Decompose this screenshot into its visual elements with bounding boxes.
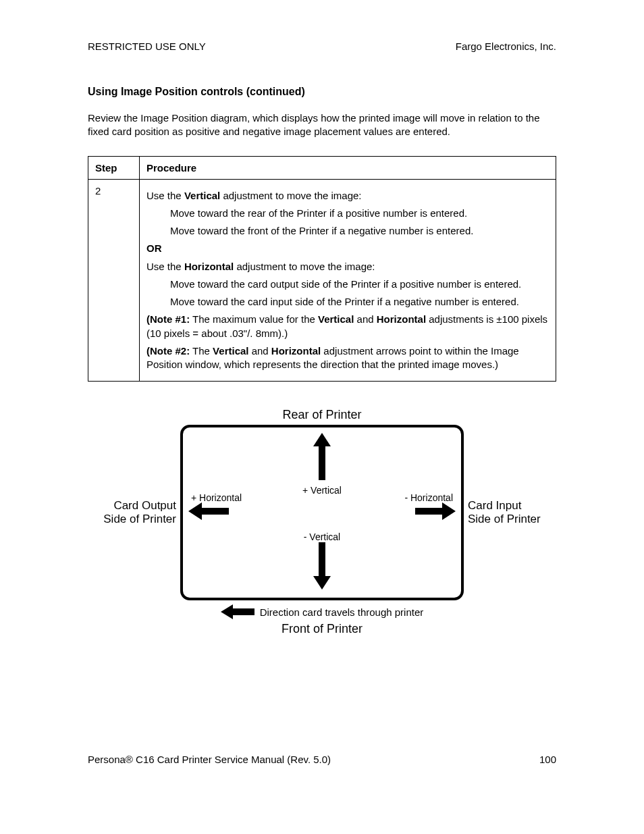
- diagram-right-label: Card Input Side of Printer: [468, 499, 549, 527]
- label-minus-horizontal: - Horizontal: [404, 492, 453, 503]
- label-minus-vertical: - Vertical: [304, 531, 340, 542]
- col-header-step: Step: [88, 156, 140, 179]
- proc-note-1: (Note #1: The maximum value for the Vert…: [146, 313, 549, 340]
- svg-marker-0: [313, 433, 331, 480]
- footer-page-number: 100: [539, 754, 556, 765]
- header-left: RESTRICTED USE ONLY: [88, 41, 206, 52]
- procedure-table: Step Procedure 2 Use the Vertical adjust…: [88, 156, 556, 382]
- svg-marker-1: [188, 502, 229, 520]
- proc-or: OR: [146, 242, 549, 255]
- arrow-down-icon: [313, 542, 331, 592]
- diagram-bottom-label: Front of Printer: [95, 622, 549, 636]
- svg-marker-3: [313, 542, 331, 590]
- table-header-row: Step Procedure: [88, 156, 556, 179]
- proc-bullet: Move toward the front of the Printer if …: [146, 224, 549, 238]
- proc-note-2: (Note #2: The Vertical and Horizontal ad…: [146, 344, 549, 372]
- svg-marker-2: [415, 502, 456, 520]
- table-row: 2 Use the Vertical adjustment to move th…: [88, 179, 556, 382]
- footer-left: Persona® C16 Card Printer Service Manual…: [88, 754, 331, 765]
- arrow-up-icon: [313, 433, 331, 483]
- proc-bullet: Move toward the card input side of the P…: [146, 295, 549, 309]
- arrow-left-icon: [188, 502, 229, 523]
- intro-paragraph: Review the Image Position diagram, which…: [88, 111, 556, 139]
- svg-marker-4: [221, 604, 254, 619]
- page-header: RESTRICTED USE ONLY Fargo Electronics, I…: [88, 41, 556, 52]
- arrow-left-icon: [221, 604, 254, 619]
- image-position-diagram: Rear of Printer Card Output Side of Prin…: [88, 405, 556, 639]
- diagram-card-box: + Vertical + Horizontal - Horizontal - V…: [180, 425, 464, 600]
- procedure-cell: Use the Vertical adjustment to move the …: [140, 179, 556, 382]
- header-right: Fargo Electronics, Inc.: [456, 41, 556, 52]
- proc-line-vertical: Use the Vertical adjustment to move the …: [146, 189, 549, 203]
- diagram-travel-label: Direction card travels through printer: [260, 606, 424, 618]
- arrow-right-icon: [415, 502, 456, 523]
- step-number: 2: [88, 179, 140, 382]
- diagram-left-label: Card Output Side of Printer: [95, 499, 176, 527]
- label-plus-vertical: + Vertical: [302, 485, 342, 496]
- page-footer: Persona® C16 Card Printer Service Manual…: [88, 754, 556, 765]
- diagram-travel-row: Direction card travels through printer: [95, 604, 549, 619]
- col-header-procedure: Procedure: [140, 156, 556, 179]
- proc-bullet: Move toward the rear of the Printer if a…: [146, 207, 549, 220]
- proc-line-horizontal: Use the Horizontal adjustment to move th…: [146, 260, 549, 273]
- proc-bullet: Move toward the card output side of the …: [146, 278, 549, 291]
- label-plus-horizontal: + Horizontal: [191, 492, 242, 503]
- diagram-top-label: Rear of Printer: [95, 408, 549, 422]
- section-title: Using Image Position controls (continued…: [88, 86, 556, 98]
